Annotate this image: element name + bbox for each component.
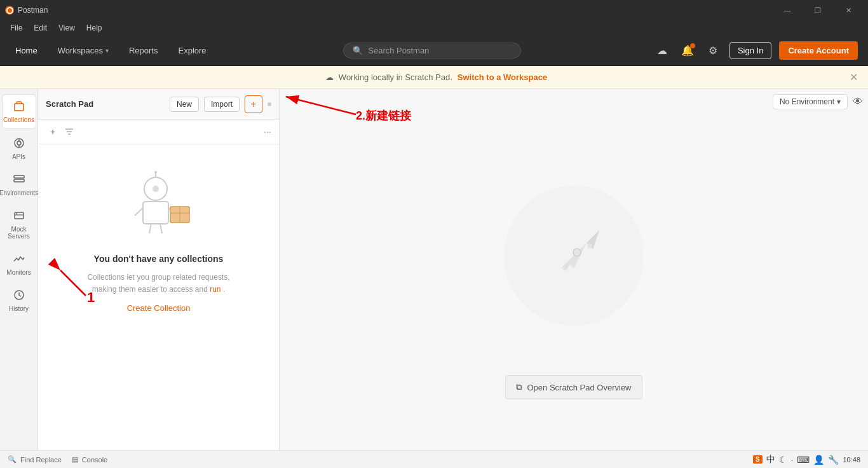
notification-badge <box>690 43 695 48</box>
monitors-label: Monitors <box>6 269 31 276</box>
svg-point-25 <box>154 171 157 174</box>
search-area: 🔍 Search Postman <box>217 43 648 59</box>
scratch-pad-header: Scratch Pad New Import + <box>38 89 279 120</box>
menu-view[interactable]: View <box>53 22 80 34</box>
create-collection-link[interactable]: Create Collection <box>127 303 191 313</box>
run-link[interactable]: run <box>210 285 220 294</box>
wrench-icon: 🔧 <box>828 455 839 465</box>
more-options-icon[interactable]: ··· <box>264 127 271 137</box>
sidebar-item-monitors[interactable]: Monitors <box>2 247 36 281</box>
filter-button[interactable] <box>65 127 259 136</box>
signin-button[interactable]: Sign In <box>729 42 771 59</box>
sidebar-icons: Collections APIs Environments <box>0 89 38 450</box>
find-replace-icon: 🔍 <box>8 455 17 464</box>
environments-label: Environments <box>0 189 38 196</box>
sidebar-item-mock-servers[interactable]: Mock Servers <box>2 204 36 245</box>
empty-illustration <box>114 170 203 246</box>
app-logo <box>5 6 14 15</box>
window-controls: — ❐ ✕ <box>773 0 863 20</box>
collections-empty-state: You don't have any collections Collectio… <box>38 144 279 450</box>
svg-point-15 <box>153 186 159 192</box>
open-overview-button[interactable]: ⧉ Open Scratch Pad Overview <box>505 375 642 399</box>
find-replace-label: Find Replace <box>20 456 62 464</box>
svg-point-26 <box>573 249 581 256</box>
moon-icon: ☾ <box>779 455 787 465</box>
menu-file[interactable]: File <box>5 22 27 34</box>
find-replace-item[interactable]: 🔍 Find Replace <box>8 455 62 464</box>
scratch-pad-title: Scratch Pad <box>46 99 170 109</box>
mock-servers-icon <box>13 209 25 224</box>
svg-point-9 <box>16 213 17 214</box>
sougou-icon: S <box>753 455 763 464</box>
chevron-down-icon: ▾ <box>105 47 109 54</box>
nav-workspaces[interactable]: Workspaces ▾ <box>53 43 114 58</box>
svg-line-19 <box>149 224 151 233</box>
menubar: File Edit View Help <box>0 20 868 36</box>
minimize-button[interactable]: — <box>773 0 802 20</box>
svg-rect-16 <box>143 202 168 224</box>
titlebar-left: Postman <box>5 6 48 15</box>
navbar: Home Workspaces ▾ Reports Explore 🔍 Sear… <box>0 36 868 66</box>
banner-switch-link[interactable]: Switch to a Workspace <box>458 72 547 82</box>
notification-icon[interactable]: 🔔 <box>679 42 696 60</box>
apis-label: APIs <box>12 153 25 160</box>
close-button[interactable]: ✕ <box>834 0 863 20</box>
collections-label: Collections <box>3 116 34 123</box>
banner-message: Working locally in Scratch Pad. <box>339 72 452 82</box>
svg-rect-6 <box>14 179 24 182</box>
bottom-bar: 🔍 Find Replace ▤ Console S 中 ☾ · ⌨ 👤 🔧 1… <box>0 450 868 468</box>
console-label: Console <box>82 456 107 464</box>
sidebar-item-apis[interactable]: APIs <box>2 132 36 165</box>
svg-line-20 <box>160 224 162 233</box>
environments-icon <box>13 173 25 188</box>
menu-help[interactable]: Help <box>81 22 107 34</box>
svg-line-17 <box>135 208 143 216</box>
svg-rect-7 <box>15 212 24 219</box>
wifi-icon: · <box>791 455 794 465</box>
scratch-pad-banner: ☁ Working locally in Scratch Pad. Switch… <box>0 66 868 89</box>
add-collection-icon[interactable]: + <box>46 125 60 139</box>
empty-desc-text3: . <box>223 285 225 294</box>
history-icon <box>13 289 25 303</box>
nav-home[interactable]: Home <box>10 43 43 58</box>
no-environment-label: No Environment <box>780 97 834 106</box>
search-icon: 🔍 <box>353 46 363 55</box>
sidebar-item-collections[interactable]: Collections <box>2 94 36 129</box>
user-icon: 👤 <box>813 455 824 465</box>
collections-icon <box>13 100 25 114</box>
maximize-button[interactable]: ❐ <box>803 0 832 20</box>
empty-title: You don't have any collections <box>94 254 224 264</box>
search-postman[interactable]: 🔍 Search Postman <box>343 43 521 59</box>
create-account-button[interactable]: Create Account <box>779 41 858 60</box>
tab-options-dot[interactable] <box>268 102 271 106</box>
import-button[interactable]: Import <box>204 97 240 112</box>
bottom-left: 🔍 Find Replace ▤ Console <box>8 455 107 464</box>
nav-right: ☁ 🔔 ⚙ Sign In Create Account <box>653 41 858 60</box>
new-button[interactable]: New <box>170 97 199 112</box>
env-chevron-icon: ▾ <box>837 97 841 106</box>
menu-edit[interactable]: Edit <box>29 22 52 34</box>
new-tab-plus-button[interactable]: + <box>245 95 262 113</box>
apis-icon <box>13 137 25 151</box>
eye-icon[interactable]: 👁 <box>853 96 863 107</box>
console-item[interactable]: ▤ Console <box>72 455 107 464</box>
environment-selector[interactable]: No Environment ▾ <box>773 94 848 109</box>
main-illustration <box>504 186 644 326</box>
system-time: 10:48 <box>843 456 860 464</box>
nav-explore[interactable]: Explore <box>173 43 212 58</box>
settings-icon[interactable]: ⚙ <box>704 42 722 60</box>
nav-reports[interactable]: Reports <box>124 43 163 58</box>
sidebar-item-environments[interactable]: Environments <box>2 168 36 202</box>
cloud-icon[interactable]: ☁ <box>653 42 671 60</box>
app-title: Postman <box>18 6 48 15</box>
mock-servers-label: Mock Servers <box>4 226 34 240</box>
main-content-area: No Environment ▾ 👁 ⧉ Open Scratch Pad Ov… <box>280 89 868 450</box>
nav-left: Home Workspaces ▾ Reports Explore <box>10 43 212 58</box>
banner-close-icon[interactable]: ✕ <box>850 71 858 83</box>
sidebar-item-history[interactable]: History <box>2 284 36 317</box>
history-label: History <box>9 305 29 312</box>
monitors-icon <box>13 252 25 267</box>
svg-point-27 <box>587 244 592 249</box>
language-icon: 中 <box>766 454 775 465</box>
banner-content: ☁ Working locally in Scratch Pad. Switch… <box>23 72 850 82</box>
